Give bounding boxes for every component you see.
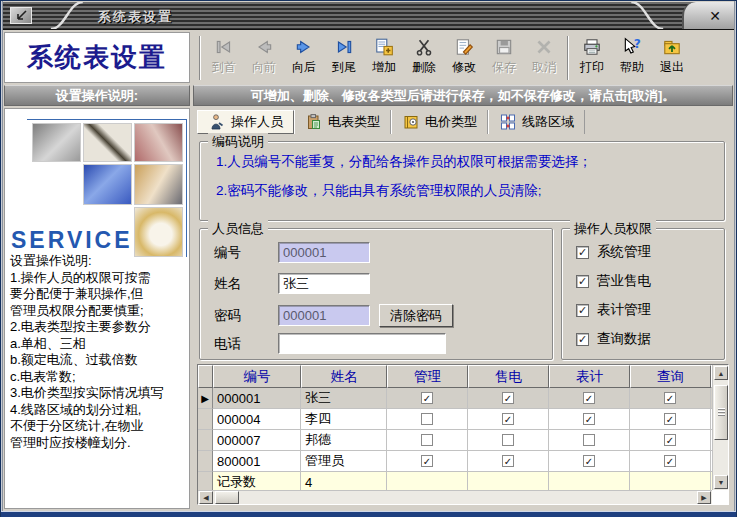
- phone-field[interactable]: [278, 333, 446, 354]
- table-row[interactable]: 000007邦德✓: [198, 430, 712, 451]
- password-field[interactable]: [278, 305, 370, 326]
- toolbar-button-cancel[interactable]: 取消: [524, 34, 564, 82]
- titlebar[interactable]: 系统表设置 ✕: [3, 2, 734, 30]
- number-field[interactable]: [278, 242, 370, 263]
- grid-header-cell[interactable]: 姓名: [301, 365, 387, 388]
- checkbox[interactable]: ✓: [664, 434, 676, 446]
- toolbar-button-edit[interactable]: 修改: [444, 34, 484, 82]
- checkbox[interactable]: [583, 434, 595, 446]
- window-border: [1, 1, 3, 517]
- toolbar-button-label: 修改: [452, 59, 476, 76]
- cell-permission: [387, 409, 468, 430]
- toolbar-button-next[interactable]: 向后: [284, 34, 324, 82]
- toolbar-button-label: 向前: [252, 59, 276, 76]
- footer-value: 4: [301, 472, 387, 490]
- cell-permission: ✓: [630, 388, 711, 409]
- tab-label: 电表类型: [328, 113, 380, 131]
- toolbar-button-first[interactable]: 到首: [204, 34, 244, 82]
- toolbar-button-label: 删除: [412, 59, 436, 76]
- clear-password-button[interactable]: 清除密码: [379, 304, 453, 327]
- grid-header-cell[interactable]: 售电: [468, 365, 549, 388]
- grid-header-cell[interactable]: 编号: [213, 365, 301, 388]
- checkbox[interactable]: ✓: [664, 413, 676, 425]
- grid-header-cell[interactable]: 表计: [549, 365, 630, 388]
- checkbox[interactable]: ✓: [664, 455, 676, 467]
- number-label: 编号: [214, 244, 278, 262]
- cell-permission: ✓: [630, 451, 711, 472]
- checkbox[interactable]: [421, 434, 433, 446]
- toolbar-button-prev[interactable]: 向前: [244, 34, 284, 82]
- toolbar-button-delete[interactable]: 删除: [404, 34, 444, 82]
- checkbox[interactable]: [502, 434, 514, 446]
- checkbox[interactable]: ✓: [583, 455, 595, 467]
- checkbox[interactable]: ✓: [576, 246, 589, 259]
- toolbar-separator: [199, 36, 201, 80]
- checkbox[interactable]: ✓: [576, 304, 589, 317]
- toolbar-button-last[interactable]: 到尾: [324, 34, 364, 82]
- collage-tile-tools: [32, 123, 81, 162]
- checkbox[interactable]: ✓: [421, 455, 433, 467]
- tab-price-types[interactable]: 电价类型: [391, 110, 488, 134]
- horizontal-scrollbar[interactable]: ◀ ▶: [198, 490, 712, 504]
- grid-header-cell[interactable]: 查询: [630, 365, 711, 388]
- footer-empty-cell: [549, 472, 630, 490]
- person-info-groupbox: 人员信息 编号 姓名 密码 清除密码 电话: [199, 228, 553, 360]
- permission-item: ✓系统管理: [576, 243, 651, 261]
- table-row[interactable]: 800001管理员✓✓✓✓: [198, 451, 712, 472]
- vertical-scroll-thumb[interactable]: [714, 385, 728, 440]
- tabbar: 操作人员电表类型电价类型线路区域: [197, 110, 585, 134]
- checkbox[interactable]: ✓: [502, 455, 514, 467]
- cell-name: 李四: [301, 409, 387, 430]
- checkbox[interactable]: ✓: [421, 392, 433, 404]
- scroll-down-button[interactable]: ▼: [714, 475, 728, 489]
- grid-rows: 编号姓名管理售电表计查询▶000001张三✓✓✓✓000004李四✓✓✓0000…: [198, 365, 712, 490]
- toolbar-button-label: 打印: [580, 59, 604, 76]
- prev-icon: [254, 37, 274, 57]
- vertical-scrollbar[interactable]: ▲ ▼: [712, 365, 728, 490]
- toolbar-button-exit[interactable]: 退出: [652, 34, 692, 82]
- tab-line-areas[interactable]: 线路区域: [488, 110, 585, 134]
- checkbox[interactable]: ✓: [576, 275, 589, 288]
- app-header: 系统表设置: [4, 32, 190, 83]
- close-button[interactable]: ✕: [706, 7, 724, 25]
- main-area: 操作人员电表类型电价类型线路区域 编码说明 1.人员编号不能重复，分配给各操作员…: [193, 108, 733, 509]
- scroll-left-button[interactable]: ◀: [199, 491, 213, 504]
- scroll-right-button[interactable]: ▶: [697, 491, 711, 504]
- checkbox[interactable]: ✓: [583, 392, 595, 404]
- scroll-up-button[interactable]: ▲: [714, 366, 728, 380]
- checkbox[interactable]: ✓: [502, 413, 514, 425]
- grid-header-row: 编号姓名管理售电表计查询: [198, 365, 712, 388]
- encoding-line: 2.密码不能修改，只能由具有系统管理权限的人员清除;: [216, 182, 724, 200]
- table-row[interactable]: 000004李四✓✓✓: [198, 409, 712, 430]
- permission-item: ✓查询数据: [576, 330, 651, 348]
- horizontal-scroll-thumb[interactable]: [215, 491, 239, 504]
- decorative-line: [186, 119, 187, 257]
- tab-label: 操作人员: [231, 113, 283, 131]
- cell-permission: ✓: [630, 409, 711, 430]
- checkbox[interactable]: ✓: [502, 392, 514, 404]
- row-indicator: [198, 409, 213, 430]
- toolbar-button-print[interactable]: 打印: [572, 34, 612, 82]
- toolbar-button-add[interactable]: 增加: [364, 34, 404, 82]
- tab-operators[interactable]: 操作人员: [197, 110, 294, 134]
- grid-header-cell[interactable]: 管理: [387, 365, 468, 388]
- footer-empty-cell: [630, 472, 711, 490]
- encoding-groupbox: 编码说明 1.人员编号不能重复，分配给各操作员的权限可根据需要选择； 2.密码不…: [199, 141, 725, 221]
- cell-permission: [549, 430, 630, 451]
- svg-text:?: ?: [634, 37, 641, 51]
- print-icon: [582, 37, 602, 57]
- cell-permission: ✓: [468, 388, 549, 409]
- toolbar-button-save[interactable]: 保存: [484, 34, 524, 82]
- name-field[interactable]: [278, 273, 370, 294]
- toolbar-button-help[interactable]: ?帮助: [612, 34, 652, 82]
- permission-label: 表计管理: [597, 301, 651, 319]
- checkbox[interactable]: ✓: [583, 413, 595, 425]
- footer-label: 记录数: [213, 472, 301, 490]
- cell-name: 管理员: [301, 451, 387, 472]
- checkbox[interactable]: ✓: [576, 333, 589, 346]
- checkbox[interactable]: ✓: [664, 392, 676, 404]
- checkbox[interactable]: [421, 413, 433, 425]
- tab-meter-types[interactable]: 电表类型: [294, 110, 391, 134]
- cell-permission: [387, 430, 468, 451]
- table-row[interactable]: ▶000001张三✓✓✓✓: [198, 388, 712, 409]
